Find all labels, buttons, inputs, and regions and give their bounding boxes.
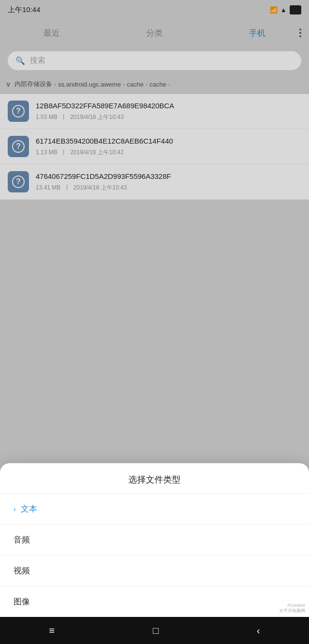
breadcrumb-item-3[interactable]: cache [150,81,167,88]
sheet-item-label-audio: 音频 [14,534,30,545]
breadcrumb-item-0[interactable]: 内部存储设备 [14,80,52,88]
nav-back-button[interactable]: ‹ [257,625,260,636]
more-menu-button[interactable] [299,29,301,37]
tab-category[interactable]: 分类 [103,20,206,46]
chevron-right-icon: › [14,505,16,513]
breadcrumb-collapse-button[interactable]: ∨ [6,80,11,88]
file-icon-question-2: ? [12,176,25,188]
file-name-1: 61714EB3594200B4E12C8AEB6C14F440 [36,136,301,146]
table-row[interactable]: ? 4764067259FC1D5A2D993F5596A3328F 13.41… [0,164,309,200]
breadcrumb-sep-1: › [123,81,125,88]
file-icon-question-0: ? [12,105,25,117]
signal-icon: 📶 [270,6,278,14]
file-list: ? 12B8AF5D322FFA589E7A689E98420BCA 1.03 … [0,94,309,200]
nav-tabs: 最近 分类 手机 [0,19,309,46]
file-icon-2: ? [8,171,29,192]
nav-home-button[interactable]: ≡ [49,625,55,636]
sheet-title-row: 选择文件类型 [0,463,309,494]
status-icons: 📶 ▲ 75 [270,5,301,15]
file-info-1: 61714EB3594200B4E12C8AEB6C14F440 1.13 MB… [36,136,301,157]
file-name-0: 12B8AF5D322FFA589E7A689E98420BCA [36,101,301,111]
sheet-item-image[interactable]: 图像 [0,586,309,617]
file-meta-1: 1.13 MB 丨 2019/4/18 上午10:42 [36,148,301,157]
file-meta-0: 1.03 MB 丨 2019/4/18 上午10:43 [36,113,301,121]
sheet-item-label-image: 图像 [14,596,30,607]
status-time: 上午10:44 [8,5,41,15]
bottom-sheet: 选择文件类型 › 文本 音频 视频 图像 [0,463,309,617]
table-row[interactable]: ? 12B8AF5D322FFA589E7A689E98420BCA 1.03 … [0,94,309,129]
nav-circle-button[interactable]: □ [153,625,158,636]
sheet-item-audio[interactable]: 音频 [0,525,309,556]
search-bar-container: 🔍 搜索 [0,46,309,75]
file-info-2: 4764067259FC1D5A2D993F5596A3328F 13.41 M… [36,171,301,192]
tab-recent[interactable]: 最近 [0,20,103,46]
table-row[interactable]: ? 61714EB3594200B4E12C8AEB6C14F440 1.13 … [0,129,309,164]
file-date-0: 2019/4/18 上午10:43 [70,114,124,120]
tab-phone[interactable]: 手机 [206,20,309,46]
file-info-0: 12B8AF5D322FFA589E7A689E98420BCA 1.03 MB… [36,101,301,121]
meta-sep-0: 丨 [61,114,67,120]
breadcrumb: ∨ 内部存储设备 › ss.android.ugc.aweme › cache … [0,75,309,94]
sheet-item-label-video: 视频 [14,565,30,576]
search-placeholder: 搜索 [30,56,45,66]
breadcrumb-item-2[interactable]: cache [127,81,144,88]
file-icon-0: ? [8,101,29,122]
file-date-2: 2019/4/18 上午10:43 [73,184,127,191]
search-bar[interactable]: 🔍 搜索 [8,51,301,70]
meta-sep-1: 丨 [61,149,67,156]
breadcrumb-sep-0: › [54,81,56,88]
breadcrumb-sep-3: › [169,81,170,88]
status-bar: 上午10:44 📶 ▲ 75 [0,0,309,19]
battery-indicator: 75 [290,5,301,15]
file-size-1: 1.13 MB [36,149,57,156]
sheet-item-text[interactable]: › 文本 [0,494,309,525]
bottom-nav-bar: ≡ □ ‹ [0,617,309,644]
file-size-2: 13.41 MB [36,184,60,191]
file-date-1: 2019/4/18 上午10:42 [70,149,124,156]
file-name-2: 4764067259FC1D5A2D993F5596A3328F [36,171,301,181]
search-icon: 🔍 [15,56,25,65]
sheet-item-video[interactable]: 视频 [0,556,309,586]
breadcrumb-sep-2: › [145,81,147,88]
meta-sep-2: 丨 [64,184,70,191]
sheet-item-label-text: 文本 [21,503,37,514]
file-meta-2: 13.41 MB 丨 2019/4/18 上午10:43 [36,184,301,192]
breadcrumb-item-1[interactable]: ss.android.ugc.aweme [58,81,121,88]
file-icon-1: ? [8,136,29,157]
file-icon-question-1: ? [12,140,25,153]
wifi-icon: ▲ [281,6,287,14]
sheet-title: 选择文件类型 [128,475,181,484]
file-size-0: 1.03 MB [36,114,57,120]
